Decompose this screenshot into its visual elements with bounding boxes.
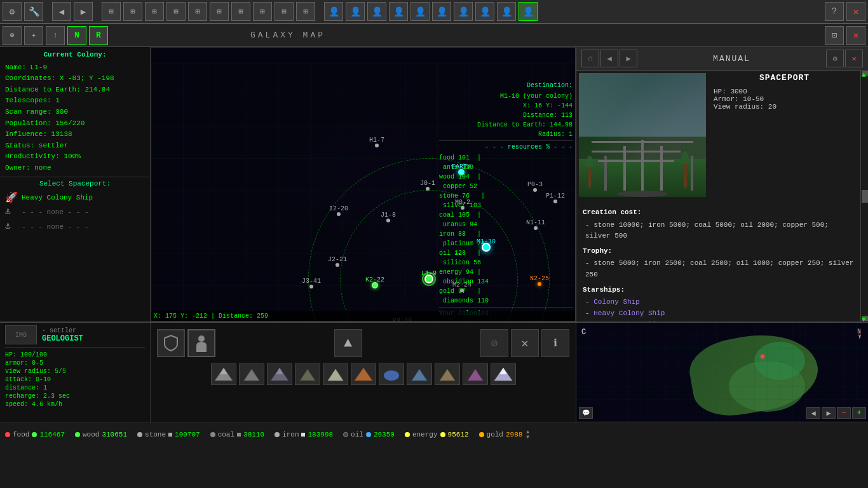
terrain-fire-1[interactable]: [351, 363, 376, 385]
move-up-btn[interactable]: ▲: [334, 329, 362, 357]
build-btn-8[interactable]: ⊞: [253, 2, 272, 21]
spaceport-item-2[interactable]: ⚓ - - - none - - -: [5, 206, 145, 219]
unit-btn-2[interactable]: 👤: [346, 2, 365, 21]
star-n2-25[interactable]: [538, 282, 541, 286]
build-btn-1[interactable]: ⊞: [102, 2, 121, 21]
toolbar2-btn-R[interactable]: R: [89, 26, 108, 45]
map-maximize-btn[interactable]: ⊡: [825, 26, 844, 45]
spaceport-item-1[interactable]: 🚀 Heavy Colony Ship: [5, 191, 145, 204]
manual-home-btn[interactable]: ⌂: [581, 50, 599, 67]
info-btn[interactable]: ℹ: [541, 329, 569, 357]
starship-heavy-colony[interactable]: - Heavy Colony Ship: [585, 308, 854, 320]
unit-btn-7[interactable]: 👤: [454, 2, 473, 21]
minimap-chat-btn[interactable]: 💬: [579, 407, 593, 419]
star-m2-24[interactable]: [460, 288, 464, 292]
build-btn-2[interactable]: ⊞: [123, 2, 142, 21]
build-btn-4[interactable]: ⊞: [166, 2, 186, 21]
res-stone[interactable]: stone 109707: [137, 431, 200, 438]
res-energy[interactable]: energy 95612: [405, 431, 469, 438]
gold-arrows[interactable]: ▲ ▼: [526, 430, 529, 440]
map-container[interactable]: H1-7 EARTH J0-1 P0-3 P1-12 M0-2 I2-20 J1…: [151, 47, 576, 322]
star-p1-12[interactable]: [553, 200, 557, 203]
terrain-purple[interactable]: [463, 363, 488, 385]
star-j0-1[interactable]: [426, 187, 430, 191]
prev-btn[interactable]: ◀: [52, 2, 71, 21]
star-m0-2[interactable]: [461, 206, 465, 210]
settings-btn[interactable]: ⚙: [3, 2, 22, 21]
terrain-brown[interactable]: [435, 363, 460, 385]
terrain-mountain-blue[interactable]: [267, 363, 292, 385]
unit-btn-3[interactable]: 👤: [367, 2, 386, 21]
res-iron[interactable]: iron 183998: [275, 431, 333, 438]
map-canvas[interactable]: H1-7 EARTH J0-1 P0-3 P1-12 M0-2 I2-20 J1…: [151, 63, 575, 321]
star-i2-20[interactable]: [337, 212, 341, 216]
minimap-right-btn[interactable]: ▶: [822, 407, 836, 419]
starship-colony-ship[interactable]: - Colony Ship: [585, 297, 854, 308]
colony-name: Name: L1-9: [5, 62, 145, 74]
terrain-blue-hill[interactable]: [407, 363, 432, 385]
star-p0-3[interactable]: [533, 188, 537, 192]
minimap-plus-btn[interactable]: +: [852, 407, 866, 419]
map-close-btn[interactable]: ✕: [846, 26, 865, 45]
unit-btn-8[interactable]: 👤: [475, 2, 494, 21]
scroll-up-btn[interactable]: ▲: [862, 71, 868, 76]
star-j1-8[interactable]: [386, 219, 390, 222]
minimap-minus-btn[interactable]: −: [837, 407, 851, 419]
unit-btn-1[interactable]: 👤: [324, 2, 343, 21]
res-gold[interactable]: gold 2988 ▲ ▼: [479, 430, 530, 440]
unit-btn-4[interactable]: 👤: [389, 2, 408, 21]
star-j3-41[interactable]: [309, 285, 313, 288]
build-btn-3[interactable]: ⊞: [145, 2, 164, 21]
star-h1-7[interactable]: [375, 144, 379, 147]
manual-close-btn[interactable]: ✕: [845, 50, 863, 67]
star-j2-21[interactable]: [336, 263, 339, 267]
tool-btn[interactable]: 🔧: [24, 2, 43, 21]
star-l1-9[interactable]: [424, 274, 433, 283]
toolbar2-btn-1[interactable]: ⊕: [3, 26, 22, 45]
unit-btn-9[interactable]: 👤: [497, 2, 516, 21]
build-btn-6[interactable]: ⊞: [210, 2, 229, 21]
toolbar2-btn-N[interactable]: N: [67, 26, 86, 45]
colony-owner: Owner: none: [5, 163, 145, 174]
terrain-hill-1[interactable]: [239, 363, 264, 385]
help-btn[interactable]: ?: [825, 2, 844, 21]
res-wood[interactable]: wood 310651: [75, 431, 127, 438]
second-toolbar: ⊕ ✦ ↑ N R GALAXY MAP ⊡ ✕: [0, 24, 868, 47]
next-btn[interactable]: ▶: [74, 2, 93, 21]
res-coal[interactable]: coal 38110: [210, 431, 264, 438]
res-oil[interactable]: oil 29350: [343, 431, 395, 438]
toolbar2-btn-3[interactable]: ↑: [46, 26, 65, 45]
unit-person-btn[interactable]: [187, 329, 215, 357]
star-m1-10[interactable]: [482, 243, 491, 252]
unit-btn-10[interactable]: 👤: [519, 2, 538, 21]
build-btn-5[interactable]: ⊞: [188, 2, 207, 21]
toolbar2-btn-2[interactable]: ✦: [24, 26, 43, 45]
close-window-btn[interactable]: ✕: [846, 2, 865, 21]
unit-btn-5[interactable]: 👤: [410, 2, 430, 21]
scroll-thumb[interactable]: [862, 190, 868, 203]
cancel-action-btn[interactable]: ⊘: [480, 329, 508, 357]
starship-descent[interactable]: - Descent starship: [585, 319, 854, 322]
manual-scrollbar[interactable]: ▲ ▼: [860, 71, 868, 322]
terrain-ice[interactable]: [491, 363, 516, 385]
manual-prev-btn[interactable]: ◀: [600, 50, 618, 67]
manual-settings-btn[interactable]: ⚙: [826, 50, 844, 67]
minimap-left-btn[interactable]: ◀: [806, 407, 820, 419]
res-food[interactable]: food 116467: [5, 431, 65, 438]
terrain-mountain-1[interactable]: [211, 363, 236, 385]
unit-btn-6[interactable]: 👤: [432, 2, 451, 21]
scroll-down-btn[interactable]: ▼: [862, 316, 868, 321]
spaceport-item-3[interactable]: ⚓ - - - none - - -: [5, 220, 145, 233]
build-btn-9[interactable]: ⊞: [275, 2, 294, 21]
manual-hp: HP: 3000: [714, 88, 855, 95]
dismiss-btn[interactable]: ✕: [511, 329, 539, 357]
terrain-water[interactable]: [379, 363, 404, 385]
build-btn-7[interactable]: ⊞: [231, 2, 250, 21]
manual-next-btn[interactable]: ▶: [620, 50, 637, 67]
unit-shield-btn[interactable]: [157, 329, 185, 357]
star-n1-11[interactable]: [534, 226, 538, 230]
minimap-container[interactable]: N C 💬 ◀ ▶ −: [576, 323, 868, 421]
build-btn-10[interactable]: ⊞: [296, 2, 315, 21]
terrain-hill-yellow[interactable]: [323, 363, 348, 385]
terrain-hill-dark[interactable]: [295, 363, 320, 385]
